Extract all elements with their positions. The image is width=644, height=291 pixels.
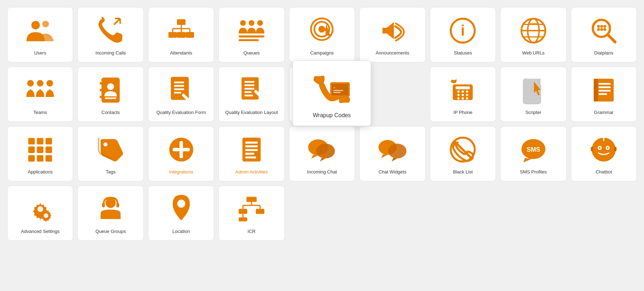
svg-rect-86 [456,87,470,89]
tile-web-urls-label: Web URLs [522,50,545,56]
tile-campaigns[interactable]: Campaigns [289,7,355,62]
svg-rect-134 [614,147,617,151]
tile-quality-eval-layout[interactable]: Quality Evaluation Layout [218,67,284,122]
tile-tags[interactable]: Tags [77,126,143,181]
svg-rect-14 [239,36,264,38]
tile-statuses[interactable]: i Statuses [430,7,496,62]
svg-rect-52 [174,88,184,90]
tile-contacts[interactable]: Contacts [77,67,143,122]
announcements-icon [376,15,409,47]
scripter-icon [517,74,549,106]
svg-point-119 [388,144,406,159]
tile-attendants-label: Attendants [170,50,192,56]
svg-rect-91 [599,87,611,88]
tile-icr-label: ICR [248,229,255,235]
svg-point-30 [600,25,603,28]
wrapup-codes-popup[interactable]: >_ Wrapup Codes [293,61,371,126]
svg-point-136 [37,206,43,212]
svg-point-34 [603,28,606,31]
tile-incoming-chat[interactable]: Incoming Chat [289,126,355,181]
tile-quality-eval-layout-label: Quality Evaluation Layout [225,110,278,116]
svg-point-82 [466,94,468,96]
svg-rect-133 [591,147,593,151]
svg-rect-15 [239,39,259,41]
tile-queue-groups[interactable]: Queue Groups [77,186,143,241]
quality-eval-form-icon [165,74,197,106]
svg-rect-101 [37,155,44,161]
tile-admin-activities-label: Admin Activities [235,169,268,175]
tile-location[interactable]: Location [148,186,214,241]
svg-rect-61 [244,95,253,97]
tile-attendants[interactable]: Attendants [148,7,214,62]
tile-applications[interactable]: Applications [7,126,73,181]
tile-scripter[interactable]: Scripter [500,67,566,122]
svg-point-39 [46,80,53,87]
svg-point-137 [44,213,48,218]
svg-rect-95 [37,138,44,144]
tile-location-label: Location [172,229,190,235]
tile-sms-profiles[interactable]: SMS SMS Profiles [500,126,566,181]
svg-rect-2 [177,19,186,25]
svg-point-1 [42,21,49,27]
tile-black-list-label: Black List [453,169,473,175]
icr-icon [235,193,268,225]
svg-point-132 [603,136,605,138]
svg-rect-43 [100,82,103,84]
tile-announcements-label: Announcements [376,50,409,56]
svg-point-80 [457,94,460,96]
svg-rect-140 [116,203,119,207]
svg-point-32 [597,28,600,31]
svg-rect-94 [28,138,35,144]
svg-point-126 [592,137,616,161]
tile-queues[interactable]: Queues [218,7,284,62]
tile-black-list[interactable]: Black List [430,126,496,181]
svg-rect-100 [28,155,35,161]
svg-rect-148 [256,209,264,214]
svg-rect-106 [173,148,190,151]
tile-dialplans[interactable]: Dialplans [571,7,637,62]
wrapup-codes-icon: >_ [310,72,353,107]
svg-rect-38 [39,89,41,94]
tile-teams[interactable]: Teams [7,67,73,122]
tile-teams-label: Teams [34,110,47,116]
tile-chat-widgets[interactable]: Chat Widgets [359,126,425,181]
svg-point-79 [466,90,468,93]
ip-phone-icon [447,74,479,106]
svg-rect-50 [174,82,184,83]
tile-icr[interactable]: ICR [218,186,284,241]
svg-point-12 [249,20,254,26]
tile-announcements[interactable]: Announcements [359,7,425,62]
tile-grammar[interactable]: Grammar [571,67,637,122]
svg-rect-150 [239,217,247,221]
tile-admin-activities[interactable]: Admin Activities [218,126,284,181]
tile-grammar-label: Grammar [594,110,614,116]
tile-users-label: Users [34,50,46,56]
tile-ip-phone[interactable]: IP Phone [430,67,496,122]
tile-tags-label: Tags [106,169,115,175]
svg-rect-92 [599,90,611,92]
tile-dialplans-label: Dialplans [594,50,613,56]
svg-text:>_: >_ [334,85,338,89]
queues-icon [235,15,268,47]
black-list-icon [447,134,479,166]
tile-quality-eval-form[interactable]: Quality Evaluation Form [148,67,214,122]
svg-point-77 [457,90,460,93]
svg-rect-45 [100,96,103,98]
location-icon [165,193,197,225]
tile-chatbot-label: Chatbot [595,169,612,175]
svg-rect-139 [102,203,105,207]
svg-rect-58 [244,84,254,86]
svg-point-81 [462,94,464,96]
svg-point-35 [27,80,34,87]
tile-chatbot[interactable]: Chatbot [571,126,637,181]
svg-rect-90 [599,83,611,85]
tile-incoming-calls[interactable]: Incoming Calls [77,7,143,62]
tile-users[interactable]: Users [7,7,73,62]
tile-queue-groups-label: Queue Groups [96,229,126,235]
svg-point-31 [603,25,606,28]
svg-point-138 [106,198,116,208]
svg-rect-147 [239,209,247,214]
tile-advanced-settings[interactable]: Advanced Settings [7,186,73,241]
tile-web-urls[interactable]: www Web URLs [500,7,566,62]
tile-integrations[interactable]: Integrations [148,126,214,181]
